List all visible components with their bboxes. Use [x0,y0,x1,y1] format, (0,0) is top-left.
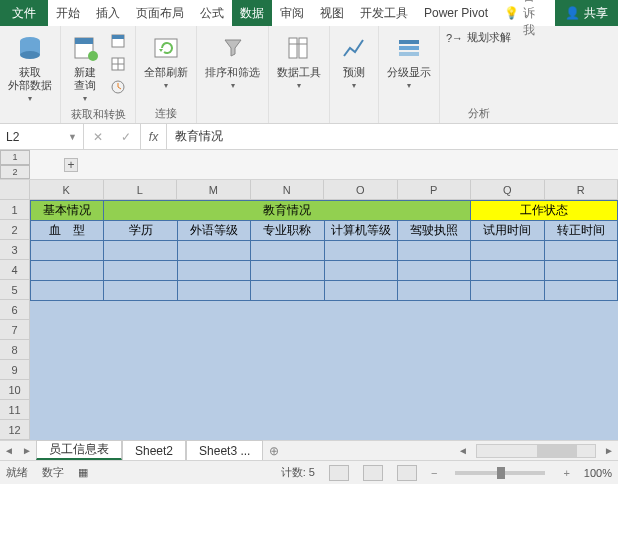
tab-file[interactable]: 文件 [0,0,48,26]
cell[interactable] [251,281,324,301]
cell[interactable] [251,241,324,261]
col-P[interactable]: P [398,180,472,200]
spreadsheet-grid[interactable]: K L M N O P Q R 1 2 3 4 5 6 7 8 9 10 11 … [0,180,618,440]
get-external-data-button[interactable]: 获取 外部数据 ▾ [6,30,54,105]
cell-basic-header[interactable]: 基本情况 [31,201,104,221]
row-5[interactable]: 5 [0,280,30,300]
tab-formula[interactable]: 公式 [192,0,232,26]
cell-edu-header[interactable]: 教育情况 [104,201,471,221]
sheet-tab-1[interactable]: 员工信息表 [36,440,122,460]
recent-sources-icon[interactable] [107,76,129,98]
cell[interactable]: 计算机等级 [324,221,397,241]
row-8[interactable]: 8 [0,340,30,360]
row-11[interactable]: 11 [0,400,30,420]
share-button[interactable]: 👤 共享 [555,0,618,26]
col-N[interactable]: N [251,180,325,200]
sort-filter-button[interactable]: 排序和筛选 ▾ [203,30,262,92]
col-M[interactable]: M [177,180,251,200]
cell[interactable] [397,281,470,301]
tab-home[interactable]: 开始 [48,0,88,26]
tab-data[interactable]: 数据 [232,0,272,26]
row-2[interactable]: 2 [0,220,30,240]
cell[interactable] [31,261,104,281]
data-tools-button[interactable]: 数据工具 ▾ [275,30,323,92]
new-query-button[interactable]: 新建 查询 ▾ [67,30,103,105]
row-10[interactable]: 10 [0,380,30,400]
cell[interactable]: 血 型 [31,221,104,241]
enter-icon[interactable]: ✓ [112,130,140,144]
outline-levels[interactable]: 12 [0,150,30,179]
tab-powerpivot[interactable]: Power Pivot [416,0,496,26]
row-6[interactable]: 6 [0,300,30,320]
cell[interactable] [397,241,470,261]
zoom-slider[interactable] [455,471,545,475]
cell[interactable] [324,241,397,261]
cells-area[interactable]: 基本情况 教育情况 工作状态 血 型 学历 外语等级 专业职称 计算机等级 驾驶… [30,200,618,440]
hscroll-left[interactable]: ◄ [454,445,472,456]
cell[interactable] [471,261,544,281]
sheet-nav-next[interactable]: ► [18,445,36,456]
hscrollbar[interactable] [476,444,596,458]
col-K[interactable]: K [30,180,104,200]
forecast-button[interactable]: 预测 ▾ [336,30,372,92]
cell[interactable] [544,261,617,281]
row-12[interactable]: 12 [0,420,30,440]
cell[interactable] [104,281,177,301]
cell[interactable] [397,261,470,281]
formula-input[interactable]: 教育情况 [167,124,618,149]
show-queries-icon[interactable] [107,30,129,52]
hscroll-thumb[interactable] [537,445,577,457]
zoom-level[interactable]: 100% [584,467,612,479]
cell[interactable] [251,261,324,281]
solver-button[interactable]: ?→ 规划求解 [446,30,511,45]
name-box[interactable]: L2 ▼ [0,124,84,149]
row-7[interactable]: 7 [0,320,30,340]
view-normal-button[interactable] [329,465,349,481]
sheet-tab-2[interactable]: Sheet2 [122,440,186,460]
hscroll-right[interactable]: ► [600,445,618,456]
refresh-all-button[interactable]: 全部刷新 ▾ [142,30,190,92]
cell[interactable] [177,241,250,261]
from-table-icon[interactable] [107,53,129,75]
cell[interactable]: 外语等级 [177,221,250,241]
col-R[interactable]: R [545,180,619,200]
cell[interactable] [31,281,104,301]
row-4[interactable]: 4 [0,260,30,280]
fx-icon[interactable]: fx [141,124,167,149]
tab-layout[interactable]: 页面布局 [128,0,192,26]
select-all-corner[interactable] [0,180,30,200]
tab-view[interactable]: 视图 [312,0,352,26]
cancel-icon[interactable]: ✕ [84,130,112,144]
macro-icon[interactable]: ▦ [78,466,88,479]
sheet-tab-3[interactable]: Sheet3 ... [186,440,263,460]
cell[interactable] [177,261,250,281]
sheet-nav-prev[interactable]: ◄ [0,445,18,456]
chevron-down-icon[interactable]: ▼ [68,132,77,142]
cell[interactable] [544,281,617,301]
outline-expand[interactable]: + [30,150,78,179]
col-L[interactable]: L [104,180,178,200]
zoom-in-button[interactable]: + [563,467,569,479]
tab-insert[interactable]: 插入 [88,0,128,26]
tab-review[interactable]: 审阅 [272,0,312,26]
add-sheet-button[interactable]: ⊕ [263,441,285,460]
cell-work-header[interactable]: 工作状态 [471,201,618,221]
view-layout-button[interactable] [363,465,383,481]
row-3[interactable]: 3 [0,240,30,260]
zoom-out-button[interactable]: − [431,467,437,479]
cell[interactable] [471,281,544,301]
outline-button[interactable]: 分级显示 ▾ [385,30,433,92]
cell[interactable] [471,241,544,261]
cell[interactable]: 专业职称 [251,221,324,241]
cell[interactable] [104,261,177,281]
tell-me[interactable]: 💡 告诉我 [496,0,555,26]
cell[interactable] [31,241,104,261]
cell[interactable]: 学历 [104,221,177,241]
col-Q[interactable]: Q [471,180,545,200]
view-pagebreak-button[interactable] [397,465,417,481]
cell[interactable]: 转正时间 [544,221,617,241]
cell[interactable]: 驾驶执照 [397,221,470,241]
zoom-knob[interactable] [497,467,505,479]
tab-dev[interactable]: 开发工具 [352,0,416,26]
cell[interactable] [324,261,397,281]
